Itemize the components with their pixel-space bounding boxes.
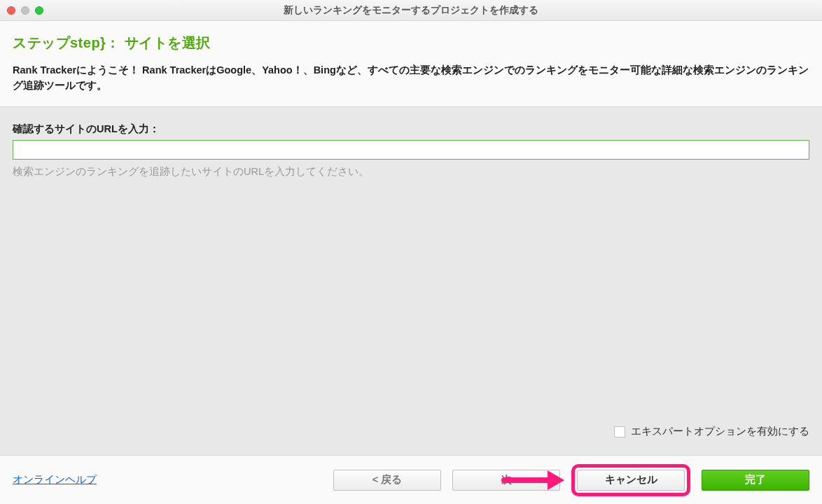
- expert-option-row: エキスパートオプションを有効にする: [13, 425, 809, 448]
- online-help-link[interactable]: オンラインヘルプ: [13, 473, 97, 486]
- header-section: ステップstep}： サイトを選択 Rank Trackerにようこそ！ Ran…: [0, 21, 822, 107]
- footer: オンラインヘルプ < 戻る 次 キャンセル 完了: [0, 455, 822, 504]
- cancel-button[interactable]: キャンセル: [577, 470, 685, 491]
- cancel-highlight: キャンセル: [571, 464, 690, 496]
- window-controls: [0, 6, 43, 15]
- url-input[interactable]: [13, 140, 809, 160]
- titlebar: 新しいランキングをモニターするプロジェクトを作成する: [0, 0, 822, 21]
- finish-button[interactable]: 完了: [702, 470, 809, 491]
- window-title: 新しいランキングをモニターするプロジェクトを作成する: [284, 4, 538, 17]
- expert-checkbox[interactable]: [614, 426, 625, 438]
- back-button[interactable]: < 戻る: [333, 470, 441, 491]
- expert-option-label: エキスパートオプションを有効にする: [631, 425, 809, 438]
- step-description: Rank Trackerにようこそ！ Rank TrackerはGoogle、Y…: [13, 62, 809, 94]
- url-field-label: 確認するサイトのURLを入力：: [13, 122, 809, 136]
- close-icon[interactable]: [7, 6, 15, 15]
- step-title: ステップstep}： サイトを選択: [13, 34, 809, 52]
- url-hint: 検索エンジンのランキングを追跡したいサイトのURLを入力してください。: [13, 165, 809, 178]
- button-group: < 戻る 次 キャンセル 完了: [333, 464, 809, 496]
- zoom-icon[interactable]: [35, 6, 43, 15]
- minimize-icon[interactable]: [21, 6, 29, 15]
- main-section: 確認するサイトのURLを入力： 検索エンジンのランキングを追跡したいサイトのUR…: [0, 107, 822, 455]
- next-button-label: 次: [501, 473, 512, 486]
- next-button[interactable]: 次: [452, 470, 560, 491]
- wizard-window: 新しいランキングをモニターするプロジェクトを作成する ステップstep}： サイ…: [0, 0, 822, 504]
